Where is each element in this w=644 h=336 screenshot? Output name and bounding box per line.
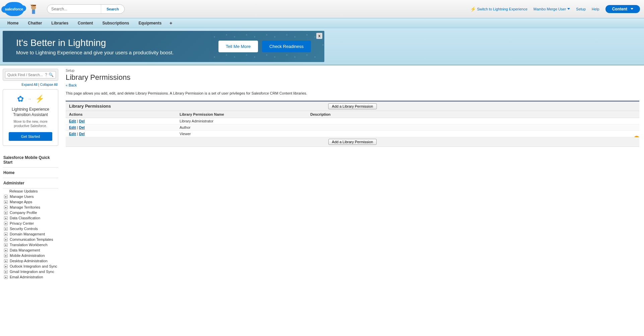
tab-subscriptions[interactable]: Subscriptions [98,18,134,28]
sidebar-item-label: Privacy Center [10,221,34,225]
check-readiness-button[interactable]: Check Readiness [262,41,311,52]
add-permission-button-bottom[interactable]: Add a Library Permission [328,139,377,145]
sidebar-item-domain-management[interactable]: ▸Domain Management [3,231,58,237]
sidebar-item-manage-users[interactable]: ▸Manage Users [3,194,58,199]
sidebar-administer[interactable]: Administer [3,178,58,188]
expand-icon[interactable]: ▸ [4,232,8,236]
sidebar-item-email-administration[interactable]: ▸Email Administration [3,274,58,280]
help-link[interactable]: Help [592,7,599,11]
expand-icon[interactable]: ▸ [4,243,8,247]
sidebar-item-data-management[interactable]: ▸Data Management [3,247,58,253]
page-description: This page allows you add, edit, and dele… [66,91,639,95]
caret-down-icon [567,8,570,10]
search-icon[interactable]: 🔍 [49,72,54,77]
sidebar-item-label: Outlook Integration and Sync [10,264,57,268]
search-button[interactable]: Search [101,5,124,13]
sidebar-item-mobile-administration[interactable]: ▸Mobile Administration [3,253,58,258]
breadcrumb: Setup [66,69,639,72]
table-columns: Actions Library Permission Name Descript… [66,111,639,118]
tab-home[interactable]: Home [3,18,23,28]
transition-card: ✿ → ⚡ Lightning Experience Transition As… [3,89,58,146]
sidebar-mobile-quick-start[interactable]: Salesforce Mobile Quick Start [3,153,58,168]
sidebar-item-company-profile[interactable]: ▸Company Profile [3,210,58,215]
delete-link[interactable]: Del [79,119,85,123]
row-name: Viewer [180,132,310,136]
col-description: Description [310,112,636,116]
sidebar-item-data-classification[interactable]: ▸Data Classification [3,215,58,221]
sidebar-item-desktop-administration[interactable]: ▸Desktop Administration [3,258,58,264]
tell-me-more-button[interactable]: Tell Me More [218,41,258,52]
edit-link[interactable]: Edit [69,132,76,136]
tab-libraries[interactable]: Libraries [47,18,73,28]
lightning-icon: ⚡ [35,95,44,103]
banner-title: It's Better in Lightning [16,38,174,48]
expand-icon[interactable]: ▸ [4,265,8,268]
sidebar-item-manage-apps[interactable]: ▸Manage Apps [3,199,58,205]
expand-all-link[interactable]: Expand All [21,83,37,87]
setup-link[interactable]: Setup [576,7,586,11]
sidebar-item-translation-workbench[interactable]: ▸Translation Workbench [3,242,58,247]
global-search: Search [47,4,125,14]
switch-lightning-link[interactable]: ⚡ Switch to Lightning Experience [470,6,527,12]
collapse-all-link[interactable]: Collapse All [40,83,58,87]
user-menu[interactable]: Mambo Merge User [533,7,570,11]
tab-content[interactable]: Content [73,18,98,28]
row-actions: Edit | Del [69,132,180,136]
get-started-button[interactable]: Get Started [9,132,52,141]
tab-add[interactable]: + [166,20,176,26]
sidebar-item-label: Data Management [10,248,40,252]
delete-link[interactable]: Del [79,132,85,136]
content-app-button[interactable]: Content [605,5,640,13]
expand-icon[interactable]: ▸ [4,222,8,225]
expand-icon[interactable]: ▸ [4,238,8,241]
classic-icon: ✿ [17,94,24,104]
sidebar-item-gmail-integration-and-sync[interactable]: ▸Gmail Integration and Sync [3,269,58,274]
expand-icon[interactable]: ▸ [4,227,8,231]
table-row: Edit | DelLibrary Administrator [66,118,639,124]
table-title: Library Permissions [69,104,111,109]
col-name: Library Permission Name [180,112,310,116]
expand-icon[interactable]: ▸ [4,259,8,263]
back-link[interactable]: Back [69,83,77,87]
expand-icon[interactable]: ▸ [4,200,8,204]
user-name: Mambo Merge User [533,7,566,11]
sidebar-home[interactable]: Home [3,168,58,178]
tab-chatter[interactable]: Chatter [23,18,47,28]
svg-rect-2 [32,9,35,14]
expand-icon[interactable]: ▸ [4,254,8,258]
tab-equipments[interactable]: Equipments [134,18,166,28]
help-icon[interactable]: ? [45,72,47,77]
expand-icon[interactable]: ▸ [4,211,8,215]
sidebar-item-privacy-center[interactable]: ▸Privacy Center [3,221,58,226]
edit-link[interactable]: Edit [69,119,76,123]
row-actions: Edit | Del [69,125,180,129]
transition-subtitle: Move to the new, more productive Salesfo… [6,119,55,128]
logo-text: salesforce [5,7,23,11]
header-right: ⚡ Switch to Lightning Experience Mambo M… [470,5,640,13]
sidebar-item-manage-territories[interactable]: ▸Manage Territories [3,205,58,210]
search-input[interactable] [47,7,101,11]
delete-link[interactable]: Del [79,125,85,129]
sidebar-release-updates[interactable]: Release Updates [3,188,58,194]
expand-icon[interactable]: ▸ [4,270,8,274]
sidebar-item-security-controls[interactable]: ▸Security Controls [3,226,58,231]
page-title: Library Permissions [66,73,639,82]
sidebar-item-communication-templates[interactable]: ▸Communication Templates [3,237,58,242]
expand-icon[interactable]: ▸ [4,248,8,252]
salesforce-logo[interactable]: salesforce [4,2,24,16]
quick-find-input[interactable] [7,73,44,77]
sidebar-item-label: Desktop Administration [10,259,48,263]
banner-close-button[interactable]: x [316,33,322,39]
edit-link[interactable]: Edit [69,125,76,129]
add-permission-button-top[interactable]: Add a Library Permission [328,103,377,109]
expand-icon[interactable]: ▸ [4,206,8,209]
expand-icon[interactable]: ▸ [4,216,8,220]
sidebar-item-outlook-integration-and-sync[interactable]: ▸Outlook Integration and Sync [3,264,58,269]
banner-wrap: x It's Better in Lightning Move to Light… [0,28,644,65]
expand-icon[interactable]: ▸ [4,195,8,199]
sidebar-item-label: Gmail Integration and Sync [10,270,54,274]
table-footer: Add a Library Permission [66,137,639,147]
caret-down-icon [631,8,633,10]
expand-icon[interactable]: ▸ [4,275,8,279]
sidebar-item-label: Manage Territories [10,205,40,209]
